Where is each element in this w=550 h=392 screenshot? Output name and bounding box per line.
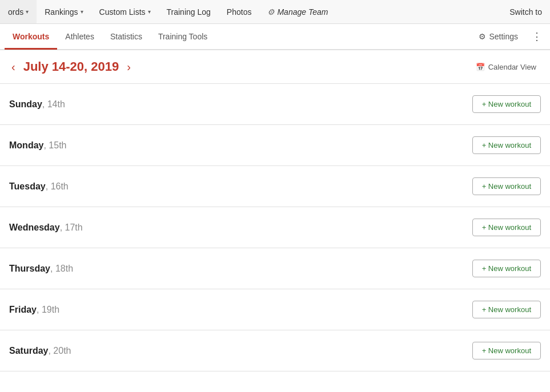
- day-name-monday: Monday: [9, 140, 43, 150]
- tab-statistics[interactable]: Statistics: [102, 25, 150, 50]
- top-nav: ords ▾ Rankings ▾ Custom Lists ▾ Trainin…: [0, 0, 550, 24]
- settings-button[interactable]: ⚙ Settings: [474, 30, 523, 43]
- day-label-wednesday: Wednesday, 17th: [9, 223, 472, 233]
- day-row-friday: Friday, 19th+ New workout: [0, 289, 550, 330]
- caret-icon-custom-lists: ▾: [148, 9, 151, 15]
- calendar-icon: 📅: [476, 63, 485, 71]
- more-button[interactable]: ⋮: [528, 28, 545, 45]
- day-row-thursday: Thursday, 18th+ New workout: [0, 248, 550, 289]
- new-workout-button-tuesday[interactable]: + New workout: [472, 177, 541, 195]
- nav-label-manage-team: Manage Team: [277, 7, 328, 17]
- day-name-tuesday: Tuesday: [9, 181, 46, 191]
- day-row-wednesday: Wednesday, 17th+ New workout: [0, 207, 550, 248]
- day-name-thursday: Thursday: [9, 264, 50, 273]
- day-num-tuesday: , 16th: [46, 181, 69, 191]
- day-name-friday: Friday: [9, 305, 37, 314]
- caret-icon-ords: ▾: [26, 9, 29, 15]
- next-week-button[interactable]: ›: [122, 60, 135, 74]
- tab-athletes[interactable]: Athletes: [57, 25, 102, 50]
- day-row-sunday: Sunday, 14th+ New workout: [0, 84, 550, 125]
- day-num-wednesday: , 17th: [60, 223, 83, 232]
- week-title: July 14-20, 2019: [23, 59, 119, 74]
- day-label-saturday: Saturday, 20th: [9, 346, 472, 356]
- switch-to-button[interactable]: Switch to: [501, 0, 550, 23]
- tab-workouts[interactable]: Workouts: [5, 25, 57, 50]
- prev-week-button[interactable]: ‹: [7, 60, 20, 74]
- day-row-saturday: Saturday, 20th+ New workout: [0, 330, 550, 371]
- day-num-sunday: , 14th: [42, 99, 65, 109]
- day-label-thursday: Thursday, 18th: [9, 264, 472, 274]
- nav-item-manage-team[interactable]: ⚙ Manage Team: [259, 0, 336, 23]
- settings-gear-icon: ⚙: [479, 32, 486, 41]
- sub-nav: Workouts Athletes Statistics Training To…: [0, 24, 550, 50]
- day-row-tuesday: Tuesday, 16th+ New workout: [0, 166, 550, 207]
- gear-icon: ⚙: [267, 7, 275, 17]
- day-name-sunday: Sunday: [9, 99, 42, 109]
- day-label-friday: Friday, 19th: [9, 305, 472, 315]
- new-workout-button-sunday[interactable]: + New workout: [472, 95, 541, 113]
- days-container: Sunday, 14th+ New workoutMonday, 15th+ N…: [0, 84, 550, 371]
- nav-label-training-log: Training Log: [167, 7, 211, 17]
- nav-item-photos[interactable]: Photos: [219, 0, 260, 23]
- nav-item-ords[interactable]: ords ▾: [0, 0, 37, 23]
- day-label-sunday: Sunday, 14th: [9, 99, 472, 110]
- caret-icon-rankings: ▾: [81, 9, 83, 15]
- nav-label-ords: ords: [8, 7, 23, 17]
- new-workout-button-monday[interactable]: + New workout: [472, 136, 541, 154]
- day-label-monday: Monday, 15th: [9, 140, 472, 151]
- nav-item-rankings[interactable]: Rankings ▾: [37, 0, 91, 23]
- nav-item-custom-lists[interactable]: Custom Lists ▾: [91, 0, 159, 23]
- day-name-saturday: Saturday: [9, 346, 48, 355]
- nav-label-custom-lists: Custom Lists: [99, 7, 146, 17]
- calendar-view-button[interactable]: 📅 Calendar View: [471, 60, 541, 74]
- day-num-thursday: , 18th: [50, 264, 73, 273]
- new-workout-button-thursday[interactable]: + New workout: [472, 260, 541, 277]
- nav-label-rankings: Rankings: [45, 7, 78, 17]
- day-num-friday: , 19th: [37, 305, 59, 314]
- day-label-tuesday: Tuesday, 16th: [9, 181, 472, 192]
- day-row-monday: Monday, 15th+ New workout: [0, 125, 550, 166]
- day-num-saturday: , 20th: [48, 346, 71, 355]
- new-workout-button-saturday[interactable]: + New workout: [472, 342, 541, 359]
- nav-item-training-log[interactable]: Training Log: [159, 0, 219, 23]
- sub-nav-right: ⚙ Settings ⋮: [474, 28, 545, 45]
- new-workout-button-friday[interactable]: + New workout: [472, 301, 541, 318]
- day-num-monday: , 15th: [43, 140, 66, 150]
- new-workout-button-wednesday[interactable]: + New workout: [472, 219, 541, 236]
- tab-training-tools[interactable]: Training Tools: [150, 25, 215, 50]
- nav-label-photos: Photos: [227, 7, 252, 17]
- day-name-wednesday: Wednesday: [9, 223, 60, 232]
- week-header: ‹ July 14-20, 2019 › 📅 Calendar View: [0, 50, 550, 84]
